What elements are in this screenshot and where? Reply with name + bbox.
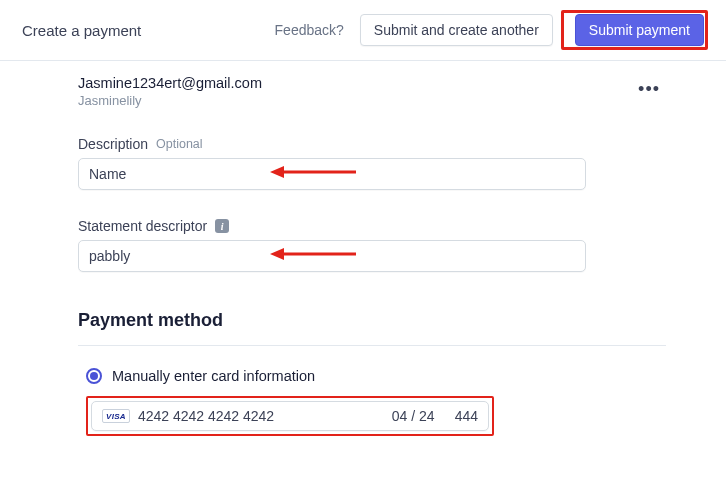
info-icon[interactable]: i	[215, 219, 229, 233]
main-content: Jasmine1234ert@gmail.com Jasminelily •••…	[0, 61, 726, 436]
description-label: Description	[78, 136, 148, 152]
card-number-input[interactable]: 4242 4242 4242 4242	[138, 408, 384, 424]
page-title: Create a payment	[22, 22, 141, 39]
customer-name: Jasminelily	[78, 93, 262, 108]
annotation-highlight-submit: Submit payment	[561, 10, 708, 50]
annotation-highlight-card: VISA 4242 4242 4242 4242 04 / 24 444	[86, 396, 494, 436]
radio-selected-icon	[86, 368, 102, 384]
statement-field-group: Statement descriptor i	[78, 218, 666, 272]
card-expiry-input[interactable]: 04 / 24	[392, 408, 435, 424]
visa-icon: VISA	[102, 409, 130, 423]
submit-payment-button[interactable]: Submit payment	[575, 14, 704, 46]
description-field-group: Description Optional	[78, 136, 666, 190]
divider	[78, 345, 666, 346]
card-input-row[interactable]: VISA 4242 4242 4242 4242 04 / 24 444	[91, 401, 489, 431]
statement-input[interactable]	[78, 240, 586, 272]
manual-card-label: Manually enter card information	[112, 368, 315, 384]
more-icon[interactable]: •••	[638, 79, 660, 100]
submit-create-another-button[interactable]: Submit and create another	[360, 14, 553, 46]
description-input[interactable]	[78, 158, 586, 190]
customer-email: Jasmine1234ert@gmail.com	[78, 75, 262, 91]
description-optional: Optional	[156, 137, 203, 151]
feedback-link[interactable]: Feedback?	[275, 22, 344, 38]
payment-method-title: Payment method	[78, 310, 666, 331]
manual-card-radio-row[interactable]: Manually enter card information	[86, 368, 666, 384]
card-cvc-input[interactable]: 444	[455, 408, 478, 424]
customer-row: Jasmine1234ert@gmail.com Jasminelily •••	[78, 75, 666, 108]
statement-label: Statement descriptor	[78, 218, 207, 234]
header-bar: Create a payment Feedback? Submit and cr…	[0, 0, 726, 61]
